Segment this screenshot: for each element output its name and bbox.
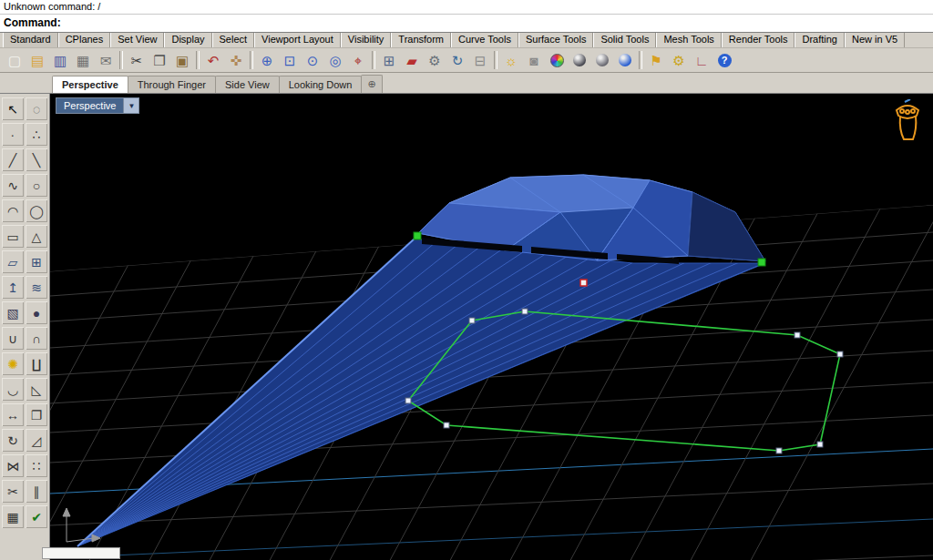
menu-tab-new-in-v5[interactable]: New in V5 xyxy=(845,33,905,47)
display-mode-gray-icon[interactable] xyxy=(591,49,613,71)
menu-tab-viewport-layout[interactable]: Viewport Layout xyxy=(254,33,341,47)
viewport-tab-through-finger[interactable]: Through Finger xyxy=(128,76,216,93)
layer-colors-icon[interactable] xyxy=(546,49,568,71)
trim-icon[interactable]: ✂ xyxy=(2,480,24,503)
add-viewport-tab-button[interactable]: ⊕ xyxy=(361,75,382,93)
curve-icon[interactable]: ∿ xyxy=(2,174,24,197)
join-icon[interactable]: ∐ xyxy=(26,352,47,375)
explode-icon[interactable]: ✺ xyxy=(2,352,24,375)
move-icon[interactable]: ↔ xyxy=(2,403,24,426)
curve-control-point[interactable] xyxy=(405,398,411,403)
mirror-icon[interactable]: ⋈ xyxy=(2,454,24,477)
curve-control-point[interactable] xyxy=(776,448,782,453)
display-mode-dark-icon[interactable] xyxy=(569,49,590,71)
boolean-difference-icon[interactable]: ∩ xyxy=(26,327,47,350)
viewport-tab-looking-down[interactable]: Looking Down xyxy=(279,76,363,93)
gumball-icon[interactable]: ∟ xyxy=(691,49,713,71)
mesh-object[interactable] xyxy=(77,175,765,546)
help-icon[interactable]: ? xyxy=(713,49,735,71)
options-gears-icon[interactable]: ⚙ xyxy=(668,49,690,71)
scale-icon[interactable]: ◿ xyxy=(26,429,47,452)
undo-icon[interactable]: ↶ xyxy=(202,49,224,71)
zoom-target-icon[interactable]: ⌖ xyxy=(347,49,369,71)
menu-tab-select[interactable]: Select xyxy=(212,33,255,47)
zoom-window-icon[interactable]: ⊡ xyxy=(279,49,301,71)
menu-tab-standard[interactable]: Standard xyxy=(3,33,58,47)
menu-tab-solid-tools[interactable]: Solid Tools xyxy=(593,33,656,47)
array-icon[interactable]: ∷ xyxy=(26,454,47,477)
grid-snap-icon[interactable]: ▦ xyxy=(2,505,24,528)
command-input[interactable]: Command: xyxy=(0,15,933,33)
box-icon[interactable]: ▧ xyxy=(2,301,24,324)
lightbulb-icon[interactable]: ☼ xyxy=(500,49,522,71)
select-arrow-icon[interactable]: ↖ xyxy=(2,97,24,120)
corner-point-marker[interactable] xyxy=(414,232,421,239)
curve-control-point[interactable] xyxy=(817,442,823,447)
point-cloud-icon[interactable]: ∴ xyxy=(26,123,47,146)
point-icon[interactable]: ∙ xyxy=(2,123,24,146)
menu-tab-visibility[interactable]: Visibility xyxy=(341,33,392,47)
line-segments-icon[interactable]: ╲ xyxy=(26,148,47,171)
print-icon[interactable]: ▦ xyxy=(72,49,94,71)
open-file-icon[interactable]: ▤ xyxy=(26,49,48,71)
zoom-selected-icon[interactable]: ⊙ xyxy=(302,49,323,71)
car-icon[interactable]: ▰ xyxy=(401,49,423,71)
pan-view-icon[interactable]: ✜ xyxy=(225,49,247,71)
curve-control-point[interactable] xyxy=(837,351,843,357)
lasso-select-icon[interactable]: ◌ xyxy=(26,97,47,120)
menu-tab-set-view[interactable]: Set View xyxy=(110,33,164,47)
rotate-view-icon[interactable]: ↻ xyxy=(446,49,468,71)
polygon-icon[interactable]: △ xyxy=(26,225,47,248)
ellipse-icon[interactable]: ◯ xyxy=(26,199,47,222)
arc-icon[interactable]: ◠ xyxy=(2,199,24,222)
curve-control-point[interactable] xyxy=(469,318,475,323)
surface-network-icon[interactable]: ⊞ xyxy=(26,250,47,273)
boolean-union-icon[interactable]: ∪ xyxy=(2,327,24,350)
gear-icon[interactable]: ⚙ xyxy=(424,49,446,71)
surface-3pt-icon[interactable]: ▱ xyxy=(2,250,24,273)
zoom-dynamic-icon[interactable]: ⊕ xyxy=(256,49,278,71)
lock-icon[interactable]: ◙ xyxy=(523,49,545,71)
menu-tab-cplanes[interactable]: CPlanes xyxy=(58,33,111,47)
menu-tab-mesh-tools[interactable]: Mesh Tools xyxy=(656,33,721,47)
paste-icon[interactable]: ▣ xyxy=(171,49,193,71)
copy-icon[interactable]: ❐ xyxy=(149,49,170,71)
flag-icon[interactable]: ⚑ xyxy=(645,49,667,71)
menu-tab-drafting[interactable]: Drafting xyxy=(795,33,845,47)
menu-tab-surface-tools[interactable]: Surface Tools xyxy=(518,33,593,47)
perspective-viewport[interactable]: Perspective ▼ xyxy=(50,94,933,560)
menu-tab-render-tools[interactable]: Render Tools xyxy=(722,33,795,47)
polyline-icon[interactable]: ╱ xyxy=(2,148,24,171)
new-file-icon[interactable]: ▢ xyxy=(4,49,26,71)
four-viewports-icon[interactable]: ⊞ xyxy=(378,49,400,71)
loft-icon[interactable]: ≋ xyxy=(26,276,47,299)
circle-icon[interactable]: ○ xyxy=(26,174,47,197)
curve-control-point[interactable] xyxy=(444,423,449,428)
cut-icon[interactable]: ✂ xyxy=(126,49,148,71)
curve-control-point[interactable] xyxy=(795,332,800,338)
dotted-window-icon[interactable]: ⊟ xyxy=(469,49,491,71)
split-icon[interactable]: ∥ xyxy=(26,480,47,503)
fillet-icon[interactable]: ◡ xyxy=(2,378,24,401)
sphere-icon[interactable]: ● xyxy=(26,301,47,324)
copy-object-icon[interactable]: ❐ xyxy=(26,403,47,426)
curve-control-point[interactable] xyxy=(522,309,528,314)
osnap-check-icon[interactable]: ✔ xyxy=(26,505,47,528)
menu-tab-display[interactable]: Display xyxy=(164,33,211,47)
zoom-extents-icon[interactable]: ◎ xyxy=(324,49,346,71)
viewport-tab-side-view[interactable]: Side View xyxy=(215,76,280,93)
save-file-icon[interactable]: ▥ xyxy=(49,49,71,71)
corner-point-marker[interactable] xyxy=(758,259,765,266)
extrude-icon[interactable]: ↥ xyxy=(2,276,24,299)
selected-point-marker[interactable] xyxy=(580,280,587,286)
menu-tab-transform[interactable]: Transform xyxy=(391,33,451,47)
rotate-icon[interactable]: ↻ xyxy=(2,429,24,452)
viewport-title[interactable]: Perspective ▼ xyxy=(56,97,139,114)
rectangle-icon[interactable]: ▭ xyxy=(2,225,24,248)
chamfer-icon[interactable]: ◺ xyxy=(26,378,47,401)
viewport-tab-perspective[interactable]: Perspective xyxy=(52,76,128,93)
menu-tab-curve-tools[interactable]: Curve Tools xyxy=(451,33,518,47)
viewport-title-dropdown-icon[interactable]: ▼ xyxy=(124,97,139,114)
email-icon[interactable]: ✉ xyxy=(95,49,117,71)
display-mode-blue-icon[interactable] xyxy=(614,49,636,71)
